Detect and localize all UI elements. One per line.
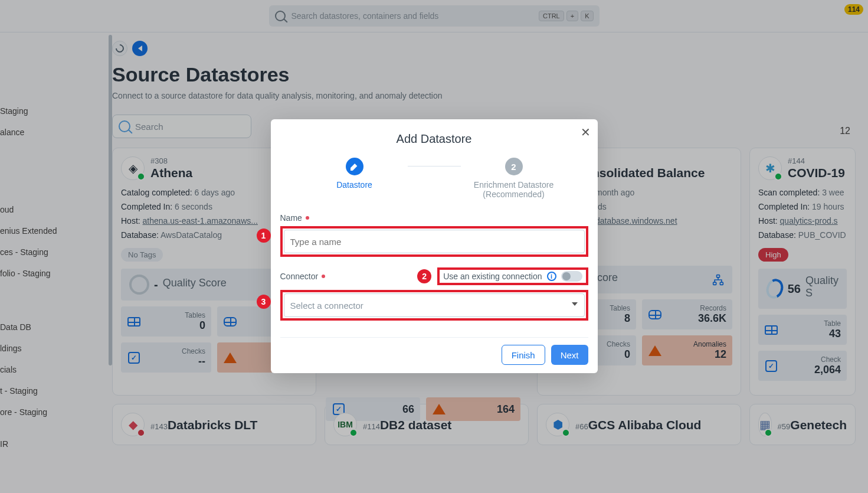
close-button[interactable]: ✕: [581, 125, 591, 139]
step-enrichment[interactable]: 2 Enrichment Datastore(Recommended): [461, 158, 567, 199]
info-icon[interactable]: i: [547, 272, 556, 281]
connector-label: Connector: [280, 272, 319, 281]
modal-title: Add Datastore: [271, 132, 598, 146]
annotation-1: 1: [257, 228, 271, 243]
annotation-3: 3: [257, 295, 271, 309]
required-dot-icon: [306, 216, 309, 220]
finish-button[interactable]: Finish: [502, 345, 545, 365]
required-dot-icon: [322, 275, 325, 278]
next-button[interactable]: Next: [551, 345, 588, 365]
existing-conn-toggle[interactable]: [561, 271, 582, 282]
step-datastore[interactable]: Datastore: [302, 158, 408, 190]
name-label: Name: [280, 213, 302, 223]
connector-select[interactable]: Select a connector: [284, 293, 585, 317]
step-connector: [408, 166, 461, 166]
pencil-icon: [351, 162, 359, 171]
existing-conn-label: Use an existing connection: [443, 272, 542, 281]
stepper: Datastore 2 Enrichment Datastore(Recomme…: [271, 158, 598, 199]
add-datastore-modal: ✕ Add Datastore Datastore 2 Enrichment D…: [271, 119, 598, 373]
name-input[interactable]: [284, 230, 585, 253]
annotation-2: 2: [417, 269, 431, 283]
